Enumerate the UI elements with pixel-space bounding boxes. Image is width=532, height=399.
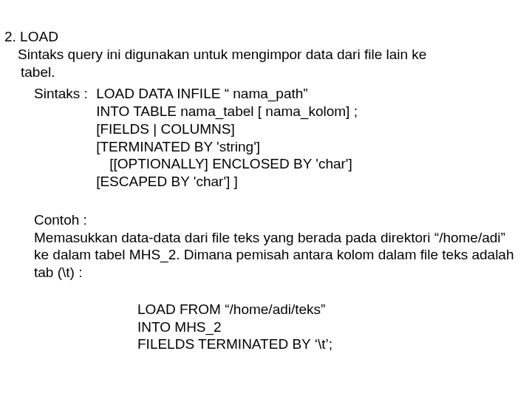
syntax-body: LOAD DATA INFILE “ nama_path” INTO TABLE… — [96, 85, 358, 191]
contoh-p2: ke dalam tabel MHS_2. Dimana pemisah ant… — [34, 246, 528, 264]
syntax-line-5: [[OPTIONALLY] ENCLOSED BY 'char'] — [109, 155, 358, 173]
syntax-line-1: LOAD DATA INFILE “ nama_path” — [96, 85, 358, 103]
example-code: LOAD FROM “/home/adi/teks” INTO MHS_2 FI… — [137, 301, 528, 353]
syntax-line-3: [FIELDS | COLUMNS] — [96, 120, 358, 138]
contoh-p3: tab (\t) : — [34, 264, 528, 282]
example-line-2: INTO MHS_2 — [137, 318, 528, 336]
syntax-line-2: INTO TABLE nama_tabel [ nama_kolom] ; — [96, 103, 358, 120]
heading-desc-2: tabel. — [21, 64, 528, 81]
heading-num: 2. LOAD — [4, 28, 528, 46]
contoh-label: Contoh : — [34, 211, 528, 229]
example-line-1: LOAD FROM “/home/adi/teks” — [137, 301, 528, 318]
example-line-3: FILELDS TERMINATED BY ‘\t’; — [137, 335, 528, 353]
example-intro: Contoh : Memasukkan data-data dari file … — [34, 211, 528, 282]
syntax-line-6: [ESCAPED BY 'char'] ] — [96, 173, 358, 191]
contoh-p1: Memasukkan data-data dari file teks yang… — [34, 229, 528, 247]
heading-desc-1: Sintaks query ini digunakan untuk mengim… — [18, 46, 528, 64]
slide-page: 2. LOAD Sintaks query ini digunakan untu… — [0, 0, 532, 353]
syntax-block: Sintaks : LOAD DATA INFILE “ nama_path” … — [34, 85, 528, 191]
syntax-line-4: [TERMINATED BY 'string'] — [96, 138, 358, 156]
syntax-label: Sintaks : — [34, 85, 88, 103]
